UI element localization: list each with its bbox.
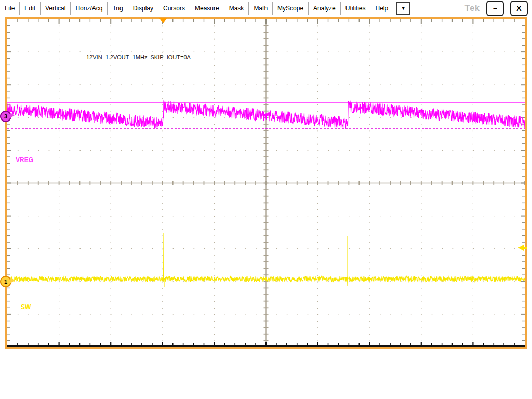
menu-overflow-button[interactable]: ▼ — [396, 2, 410, 15]
menu-item-help[interactable]: Help — [370, 5, 393, 12]
trigger-position-icon[interactable] — [159, 18, 167, 23]
menu-item-measure[interactable]: Measure — [190, 5, 224, 12]
menu-bar: File Edit Vertical Horiz/Acq Trig Displa… — [0, 0, 532, 16]
minimize-icon: – — [493, 4, 497, 12]
menu-item-vertical[interactable]: Vertical — [41, 5, 70, 12]
ch3-trace-label: VREG — [16, 156, 33, 164]
waveform-display[interactable]: 12VIN_1.2VOUT_1MHz_SKIP_IOUT=0A VREG SW — [5, 17, 527, 349]
menu-item-edit[interactable]: Edit — [20, 5, 40, 12]
menu-item-trig[interactable]: Trig — [108, 5, 127, 12]
ch3-pointer-icon — [10, 113, 15, 118]
ch1-position-marker[interactable]: 1 — [0, 276, 11, 287]
menu-item-file[interactable]: File — [0, 5, 19, 12]
menu-item-myscope[interactable]: MyScope — [273, 5, 308, 12]
menu-item-analyze[interactable]: Analyze — [309, 5, 340, 12]
close-button[interactable]: X — [510, 1, 528, 16]
ch3-position-marker[interactable]: 3 — [0, 111, 11, 122]
tek-logo: Tek — [465, 4, 480, 13]
ch1-pointer-icon — [10, 278, 15, 283]
menu-item-horiz-acq[interactable]: Horiz/Acq — [71, 5, 107, 12]
readout-area: C1 8.0V/div 1MΩ BW:20.0M C3 10.0mV Offse… — [0, 349, 532, 399]
window-controls: Tek – X — [465, 1, 532, 16]
oscilloscope-screen: File Edit Vertical Horiz/Acq Trig Displa… — [0, 0, 532, 399]
menu-item-display[interactable]: Display — [128, 5, 158, 12]
minimize-button[interactable]: – — [486, 1, 504, 16]
close-icon: X — [516, 4, 521, 12]
graticule-canvas — [7, 19, 525, 347]
menu-item-cursors[interactable]: Cursors — [158, 5, 190, 12]
waveform-annotation: 12VIN_1.2VOUT_1MHz_SKIP_IOUT=0A — [86, 54, 191, 60]
menu-item-utilities[interactable]: Utilities — [341, 5, 370, 12]
chevron-down-icon: ▼ — [401, 6, 406, 11]
menu-item-math[interactable]: Math — [249, 5, 272, 12]
trigger-level-icon[interactable] — [518, 245, 527, 251]
ch1-trace-label: SW — [21, 303, 31, 311]
menu-item-mask[interactable]: Mask — [224, 5, 249, 12]
